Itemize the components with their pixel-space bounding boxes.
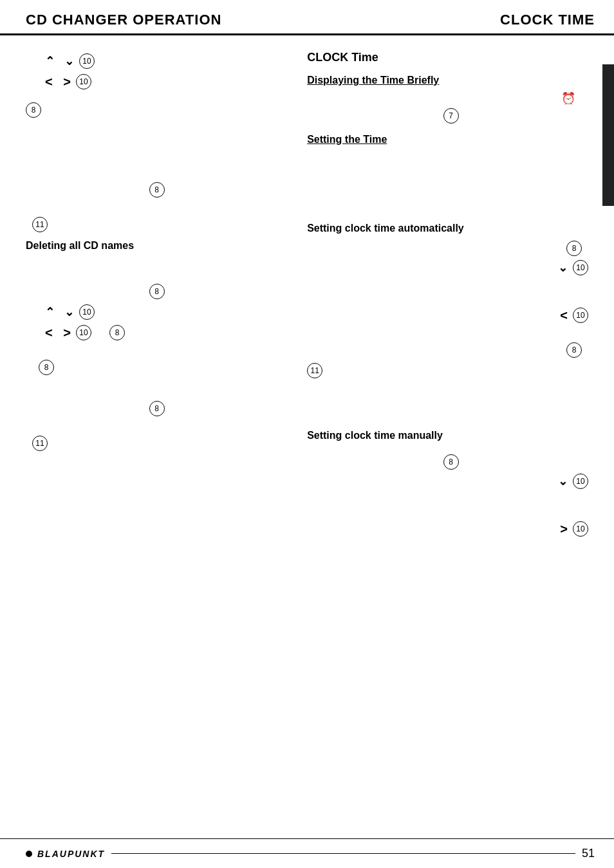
displaying-heading: Displaying the Time Briefly (307, 75, 439, 86)
deleting-heading: Deleting all CD names (26, 240, 134, 251)
row-right-10-1: > 10 (307, 521, 595, 537)
circle-10-1: 10 (79, 53, 95, 69)
circle-10-r4: 10 (573, 521, 588, 537)
circle-10-r1: 10 (573, 260, 588, 275)
header-right-title: CLOCK TIME (500, 12, 595, 28)
setting-manual-heading: Setting clock time manually (307, 430, 443, 441)
circle-8-right-1: 8 (307, 241, 595, 256)
circle-11-row-1: 11 (26, 217, 288, 232)
main-content: ⌃ ⌄ 10 < > 10 8 8 11 Deleting (0, 35, 614, 540)
circle-11-r1: 11 (307, 363, 322, 378)
setting-auto-heading-block: Setting clock time automatically (307, 223, 595, 234)
circle-8-row-2: 8 (26, 182, 288, 198)
clock-icon-row: ⏰ (307, 91, 595, 106)
circle-10-2: 10 (76, 74, 91, 89)
header: CD CHANGER OPERATION CLOCK TIME (0, 0, 614, 35)
circle-7-row: 7 (307, 108, 595, 124)
sym-left-right-1: < > (45, 75, 71, 89)
circle-11-2: 11 (32, 436, 48, 451)
sym-left-right-2: < > (45, 326, 71, 340)
row-down-10-1: ⌄ 10 (307, 260, 595, 275)
sym-right-1: > (560, 522, 568, 537)
circle-11-row-2: 11 (26, 436, 288, 451)
sym-down-1: ⌄ (558, 261, 568, 275)
footer-logo: BLAUPUNKT (26, 849, 105, 859)
circle-8-right-2: 8 (307, 342, 595, 358)
circle-8-row-1: 8 (26, 102, 288, 118)
circle-8-6: 8 (149, 401, 165, 416)
displaying-heading-block: Displaying the Time Briefly (307, 75, 595, 86)
circle-10-3: 10 (79, 304, 95, 320)
footer: BLAUPUNKT 51 (0, 838, 614, 868)
footer-dot (26, 851, 32, 857)
row-up-down-2: ⌃ ⌄ 10 (26, 304, 288, 320)
row-down-10-2: ⌄ 10 (307, 474, 595, 489)
row-up-down-1: ⌃ ⌄ 10 (26, 53, 288, 69)
clock-time-heading-block: CLOCK Time (307, 51, 595, 64)
circle-11-1: 11 (32, 217, 48, 232)
row-left-10-1: < 10 (307, 308, 595, 323)
circle-8-row-6: 8 (26, 401, 288, 416)
footer-line (111, 853, 575, 854)
right-column: CLOCK Time Displaying the Time Briefly ⏰… (301, 35, 595, 540)
left-column: ⌃ ⌄ 10 < > 10 8 8 11 Deleting (26, 35, 301, 540)
setting-time-heading-block: Setting the Time (307, 134, 595, 145)
circle-8-right-3: 8 (307, 454, 595, 470)
circle-8-2: 8 (149, 182, 165, 198)
circle-8-r1: 8 (566, 241, 582, 256)
setting-manual-heading-block: Setting clock time manually (307, 430, 595, 441)
footer-page-number: 51 (582, 847, 595, 860)
header-left-title: CD CHANGER OPERATION (26, 12, 221, 28)
clock-time-heading: CLOCK Time (307, 51, 378, 64)
setting-time-heading: Setting the Time (307, 134, 387, 145)
circle-7: 7 (443, 108, 459, 124)
circle-8-r2: 8 (566, 342, 582, 358)
clock-icon: ⏰ (561, 91, 575, 106)
circle-8-3: 8 (149, 284, 165, 299)
sym-left-1: < (560, 308, 568, 323)
deleting-heading-block: Deleting all CD names (26, 240, 288, 252)
circle-8-r3: 8 (443, 454, 459, 470)
footer-logo-text: BLAUPUNKT (37, 849, 105, 859)
circle-10-r3: 10 (573, 474, 588, 489)
sym-down-2: ⌄ (558, 474, 568, 488)
row-left-right-1: < > 10 (26, 74, 288, 89)
circle-11-right-1: 11 (307, 363, 595, 378)
circle-8-5: 8 (39, 360, 54, 375)
row-left-right-2: < > 10 8 (26, 325, 288, 340)
circle-8-row-5: 8 (26, 360, 288, 375)
circle-10-4: 10 (76, 325, 91, 340)
sidebar-accent-bar (602, 64, 614, 206)
circle-10-r2: 10 (573, 308, 588, 323)
setting-auto-heading: Setting clock time automatically (307, 223, 464, 234)
circle-8-row-3: 8 (26, 284, 288, 299)
sym-up-down-2: ⌃ ⌄ (45, 305, 74, 319)
circle-8-1: 8 (26, 102, 41, 118)
sym-up-down-1: ⌃ ⌄ (45, 54, 74, 68)
circle-8-4: 8 (109, 325, 125, 340)
page-container: CD CHANGER OPERATION CLOCK TIME ⌃ ⌄ 10 <… (0, 0, 614, 868)
